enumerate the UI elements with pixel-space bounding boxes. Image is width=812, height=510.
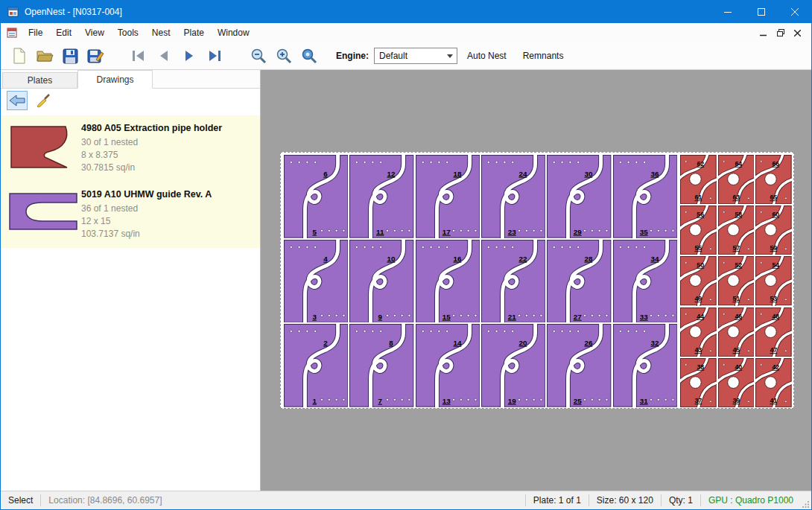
nested-part-pair-purple[interactable]: 10 9 bbox=[349, 240, 413, 323]
menu-item-tools[interactable]: Tools bbox=[111, 24, 145, 42]
menu-item-plate[interactable]: Plate bbox=[177, 24, 211, 42]
status-plate: Plate: 1 of 1 bbox=[526, 495, 589, 506]
part-number: 64 bbox=[735, 160, 742, 168]
nested-part-pair-purple[interactable]: 32 31 bbox=[613, 324, 677, 407]
nav-first-button[interactable] bbox=[126, 45, 151, 67]
open-button[interactable] bbox=[32, 45, 57, 67]
new-button[interactable] bbox=[7, 45, 32, 67]
drawing-list-item[interactable]: 4980 A05 Extraction pipe holder 30 of 1 … bbox=[1, 115, 260, 182]
close-button[interactable] bbox=[778, 1, 811, 23]
nested-part-pair-red[interactable]: 50 49 bbox=[680, 256, 717, 305]
part-number: 43 bbox=[694, 346, 702, 354]
mdi-close-button[interactable] bbox=[789, 25, 806, 40]
part-number: 27 bbox=[574, 312, 582, 320]
part-number: 37 bbox=[694, 397, 702, 404]
drawing-area: 30.7815 sq/in bbox=[81, 162, 222, 174]
part-number: 60 bbox=[773, 211, 780, 218]
zoom-in-button[interactable] bbox=[270, 45, 296, 67]
mdi-window-controls bbox=[755, 25, 811, 40]
tab-drawings[interactable]: Drawings bbox=[77, 70, 153, 89]
zoom-fit-button[interactable] bbox=[296, 45, 321, 67]
tab-plates[interactable]: Plates bbox=[2, 72, 77, 88]
nav-previous-button[interactable] bbox=[151, 45, 177, 67]
nested-part-pair-purple[interactable]: 26 25 bbox=[547, 324, 611, 407]
zoom-out-button[interactable] bbox=[245, 45, 270, 67]
menu-bar: File Edit View Tools Nest Plate Window bbox=[1, 23, 811, 42]
send-back-button[interactable] bbox=[7, 91, 28, 110]
document-icon[interactable] bbox=[7, 28, 18, 39]
nested-part-pair-red[interactable]: 40 39 bbox=[718, 358, 755, 407]
drawing-list-item[interactable]: 5019 A10 UHMW guide Rev. A 36 of 1 neste… bbox=[1, 182, 260, 248]
engine-select[interactable]: Default bbox=[374, 48, 457, 64]
part-number: 3 bbox=[312, 312, 317, 320]
menu-item-edit[interactable]: Edit bbox=[49, 24, 78, 42]
toolbar: Engine: Default Auto Nest Remnants bbox=[1, 42, 811, 70]
remnants-button[interactable]: Remnants bbox=[516, 46, 571, 66]
nested-part-pair-purple[interactable]: 12 11 bbox=[349, 155, 413, 238]
nested-part-pair-red[interactable]: 48 47 bbox=[755, 307, 792, 357]
nested-part-pair-purple[interactable]: 16 15 bbox=[416, 240, 480, 323]
nested-part-pair-red[interactable]: 54 53 bbox=[755, 256, 792, 305]
part-number: 63 bbox=[732, 194, 740, 201]
save-as-button[interactable] bbox=[83, 45, 108, 67]
part-number: 22 bbox=[518, 254, 527, 262]
nested-part-pair-purple[interactable]: 2 1 bbox=[284, 324, 348, 407]
nested-part-pair-purple[interactable]: 24 23 bbox=[481, 155, 545, 238]
nested-part-pair-red[interactable]: 46 45 bbox=[718, 307, 755, 357]
part-number: 2 bbox=[323, 339, 328, 347]
nested-part-pair-red[interactable]: 60 59 bbox=[755, 205, 792, 255]
part-number: 35 bbox=[639, 228, 647, 236]
part-number: 15 bbox=[442, 312, 450, 320]
nested-part-pair-purple[interactable]: 36 35 bbox=[613, 155, 677, 238]
last-plate-icon bbox=[206, 49, 223, 63]
mdi-minimize-button[interactable] bbox=[755, 25, 772, 40]
broom-icon bbox=[36, 93, 51, 108]
part-number: 39 bbox=[732, 397, 740, 404]
nested-part-pair-purple[interactable]: 8 7 bbox=[349, 324, 413, 407]
menu-item-nest[interactable]: Nest bbox=[145, 24, 177, 42]
plate[interactable]: 6 5 12 11 18 17 24 23 bbox=[280, 152, 794, 409]
nested-part-pair-red[interactable]: 52 51 bbox=[718, 256, 755, 305]
nested-part-pair-red[interactable]: 66 65 bbox=[755, 155, 792, 204]
nesting-canvas[interactable]: 6 5 12 11 18 17 24 23 bbox=[261, 70, 811, 491]
nested-part-pair-red[interactable]: 58 57 bbox=[718, 205, 755, 255]
nested-part-pair-purple[interactable]: 14 13 bbox=[416, 324, 480, 407]
nested-part-pair-purple[interactable]: 20 19 bbox=[481, 324, 545, 407]
save-button[interactable] bbox=[57, 45, 83, 67]
minimize-button[interactable] bbox=[711, 1, 744, 23]
nav-next-button[interactable] bbox=[177, 45, 202, 67]
nav-last-button[interactable] bbox=[202, 45, 227, 67]
drawing-thumbnail bbox=[5, 121, 81, 174]
part-number: 10 bbox=[387, 254, 396, 262]
nested-part-pair-purple[interactable]: 22 21 bbox=[481, 240, 545, 323]
nested-part-pair-red[interactable]: 56 55 bbox=[680, 205, 717, 255]
nested-part-pair-red[interactable]: 64 63 bbox=[718, 155, 755, 204]
resize-grip[interactable] bbox=[801, 491, 811, 509]
nested-part-pair-red[interactable]: 42 41 bbox=[755, 358, 792, 407]
status-size: Size: 60 x 120 bbox=[589, 495, 661, 506]
nested-part-pair-purple[interactable]: 18 17 bbox=[416, 155, 480, 238]
part-number: 31 bbox=[639, 397, 647, 405]
menu-item-window[interactable]: Window bbox=[211, 24, 256, 42]
nested-part-pair-purple[interactable]: 34 33 bbox=[613, 240, 677, 323]
part-number: 14 bbox=[453, 339, 461, 347]
nested-part-pair-red[interactable]: 62 61 bbox=[680, 155, 717, 204]
title-bar: OpenNest - [N0317-004] bbox=[1, 1, 811, 23]
window-title: OpenNest - [N0317-004] bbox=[25, 7, 122, 17]
mdi-restore-button[interactable] bbox=[772, 25, 789, 40]
part-number: 52 bbox=[735, 261, 742, 269]
menu-item-view[interactable]: View bbox=[78, 24, 111, 42]
nested-part-pair-red[interactable]: 44 43 bbox=[680, 307, 717, 357]
maximize-button[interactable] bbox=[744, 1, 778, 23]
clear-button[interactable] bbox=[33, 91, 54, 110]
nested-part-pair-purple[interactable]: 30 29 bbox=[547, 155, 611, 238]
auto-nest-button[interactable]: Auto Nest bbox=[460, 46, 513, 66]
part-number: 24 bbox=[518, 170, 527, 178]
nested-part-pair-purple[interactable]: 6 5 bbox=[284, 155, 348, 238]
nested-part-pair-red[interactable]: 38 37 bbox=[680, 358, 717, 407]
part-shape-purple bbox=[8, 191, 79, 232]
nested-part-pair-purple[interactable]: 4 3 bbox=[284, 240, 348, 323]
menu-item-file[interactable]: File bbox=[22, 24, 49, 42]
part-number: 13 bbox=[442, 397, 450, 405]
nested-part-pair-purple[interactable]: 28 27 bbox=[547, 240, 611, 323]
